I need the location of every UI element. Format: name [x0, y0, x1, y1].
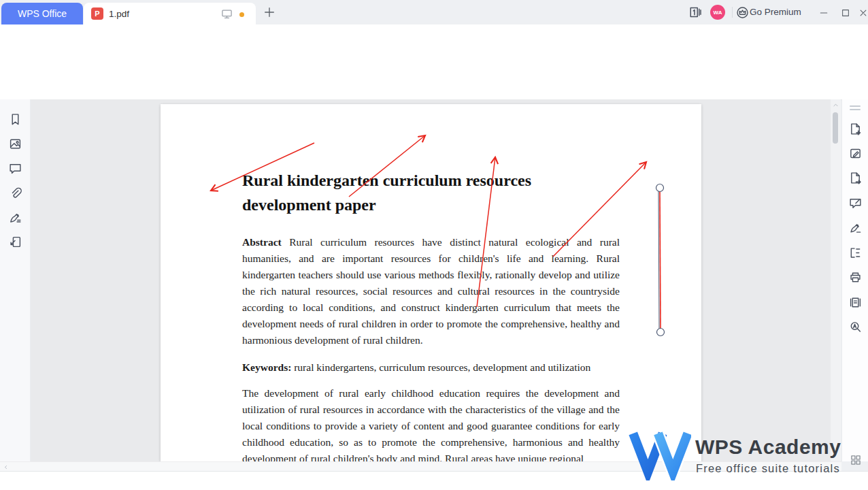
- export-image-icon[interactable]: [9, 235, 22, 248]
- left-panel-bar: [0, 99, 31, 461]
- signature-icon[interactable]: [849, 221, 862, 234]
- maximize-button[interactable]: [841, 8, 850, 18]
- keywords-text: rural kindergartens, curriculum resource…: [294, 361, 590, 373]
- search-text-icon[interactable]: [849, 321, 862, 333]
- tab-list-icon[interactable]: [688, 5, 702, 19]
- add-page-icon[interactable]: [849, 122, 862, 135]
- wps-office-window: WPS Office P 1.pdf WA Go Premium Menu Ho…: [0, 0, 868, 490]
- comment-icon[interactable]: [9, 162, 22, 175]
- minimize-button[interactable]: [819, 8, 829, 18]
- page-setup-icon[interactable]: [849, 296, 862, 309]
- abstract-label: Abstract: [242, 236, 282, 248]
- document-tab[interactable]: P 1.pdf: [84, 3, 256, 24]
- insert-page-icon[interactable]: [849, 172, 862, 184]
- present-monitor-icon[interactable]: [221, 8, 233, 20]
- abstract-paragraph: Abstract Rural curriculum resources have…: [242, 234, 620, 348]
- scroll-up-icon[interactable]: [833, 102, 839, 108]
- keywords-label: Keywords:: [242, 361, 291, 373]
- avatar[interactable]: WA: [710, 5, 725, 20]
- pdf-page-content: Rural kindergarten curriculum resources …: [161, 104, 701, 461]
- attachment-icon[interactable]: [9, 186, 22, 199]
- bookmark-icon[interactable]: [9, 113, 22, 126]
- document-tab-title: 1.pdf: [109, 9, 129, 19]
- status-bar: Navigation 1:1 100% − +: [0, 471, 868, 490]
- unsaved-changes-dot: [239, 12, 244, 17]
- app-home-tab[interactable]: WPS Office: [1, 3, 83, 24]
- seal-icon[interactable]: [9, 211, 22, 224]
- split-view-icon[interactable]: [849, 246, 862, 259]
- panel-drag-handle[interactable]: [850, 105, 861, 110]
- shape-appearance-toolbar: Hand Tool Select Tool Fill Color Border …: [0, 50, 868, 100]
- close-button[interactable]: [858, 8, 868, 18]
- apps-grid-icon[interactable]: [850, 454, 862, 466]
- print-icon[interactable]: [849, 271, 862, 284]
- title-bar: WPS Office P 1.pdf WA Go Premium: [0, 0, 868, 24]
- scroll-left-icon[interactable]: [3, 464, 9, 470]
- paper-title: Rural kindergarten curriculum resources …: [242, 168, 572, 217]
- horizontal-scrollbar[interactable]: [0, 461, 841, 472]
- edit-icon[interactable]: [849, 147, 862, 160]
- new-tab-button[interactable]: [263, 6, 276, 18]
- scrollbar-thumb[interactable]: [833, 112, 838, 144]
- abstract-text: Rural curriculum resources have distinct…: [242, 236, 620, 346]
- app-home-tab-label: WPS Office: [18, 8, 67, 19]
- premium-crown-icon[interactable]: [736, 6, 749, 19]
- right-panel-bar: [841, 99, 868, 461]
- pdf-page[interactable]: Rural kindergarten curriculum resources …: [161, 104, 701, 461]
- image-icon[interactable]: [9, 137, 22, 150]
- annotate-icon[interactable]: [849, 197, 862, 210]
- pdf-file-icon: P: [91, 7, 103, 20]
- go-premium-button[interactable]: Go Premium: [750, 7, 801, 17]
- vertical-scrollbar[interactable]: [831, 99, 841, 461]
- body-paragraph: The development of rural early childhood…: [242, 385, 620, 461]
- keywords-line: Keywords: rural kindergartens, curriculu…: [242, 359, 620, 376]
- menu-bar: Menu Home Insert Comment Edit Page Prote…: [0, 24, 868, 50]
- titlebar-divider: [732, 7, 733, 18]
